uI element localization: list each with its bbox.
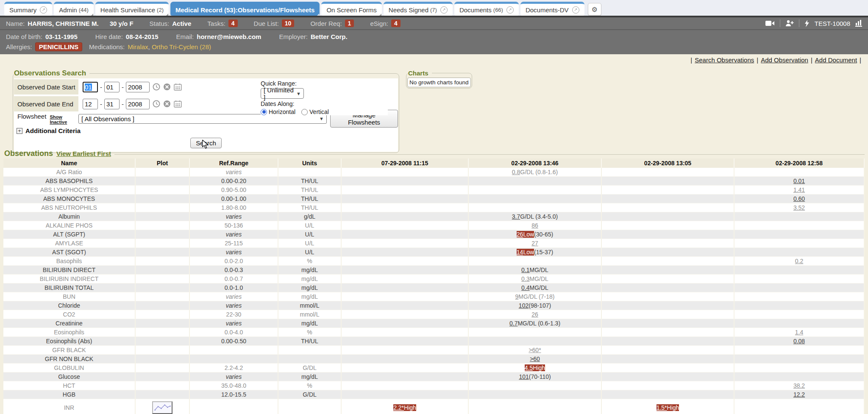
radio-horizontal[interactable]: Horizontal — [261, 108, 295, 115]
column-header[interactable]: Name — [3, 158, 136, 168]
video-camera-icon[interactable] — [765, 20, 775, 26]
tab-health-surveillance[interactable]: Health Surveillance(2) — [95, 2, 169, 16]
column-header[interactable]: 02-29-2008 13:46 — [469, 158, 602, 168]
obs-value-cell — [342, 310, 469, 319]
obs-value-link[interactable]: 0.2 — [795, 258, 803, 264]
date-start-day-input[interactable] — [104, 82, 120, 92]
date-end-year-input[interactable] — [126, 99, 150, 109]
date-start-month-input[interactable]: 01 — [83, 82, 98, 92]
obs-value-link[interactable]: 12.2 — [793, 391, 805, 398]
obs-value-cell — [342, 248, 469, 257]
obs-value-link[interactable]: 0.3 — [521, 275, 529, 282]
obs-plot-cell — [136, 194, 190, 203]
view-earliest-first-link[interactable]: View Earliest First — [56, 150, 111, 157]
show-inactive-link[interactable]: Show Inactive — [50, 114, 78, 125]
external-link-icon[interactable]: ↗ — [506, 6, 514, 14]
radio-button-checked[interactable] — [261, 109, 267, 115]
additional-criteria-label[interactable]: Additional Criteria — [25, 127, 81, 134]
obs-name-cell: CO2 — [3, 310, 136, 319]
add-observation-link[interactable]: Add Observation — [761, 56, 808, 64]
obs-value-link[interactable]: 38.2 — [793, 382, 805, 389]
column-header[interactable]: 07-29-2008 11:15 — [342, 158, 469, 168]
lightning-bolt-icon[interactable] — [804, 20, 810, 27]
tab-on-screen-forms[interactable]: On Screen Forms — [321, 2, 381, 16]
tab-medical-record-53-observations-flowsheets[interactable]: Medical Record (53):Observations/Flowshe… — [170, 2, 320, 16]
calendar-icon[interactable] — [174, 100, 182, 108]
tab-count: (2) — [157, 7, 164, 13]
due-list-count-badge[interactable]: 10 — [282, 19, 295, 27]
obs-value-link[interactable]: 0.1 — [521, 267, 529, 273]
column-header[interactable]: Ref.Range — [190, 158, 278, 168]
obs-value-link[interactable]: >60 — [530, 356, 540, 362]
obs-value-link[interactable]: 27 — [531, 240, 538, 247]
bar-chart-icon[interactable] — [855, 20, 862, 27]
medication-link[interactable]: Ortho Tri-Cyclen (28) — [152, 43, 211, 50]
radio-button[interactable] — [301, 109, 308, 115]
quick-range-select[interactable]: [ Unlimited ] ▼ — [261, 88, 304, 99]
clear-date-icon[interactable] — [163, 83, 171, 91]
obs-value-link[interactable]: 101 — [519, 373, 529, 380]
add-person-icon[interactable] — [785, 20, 794, 27]
tab-documents-dv[interactable]: Documents-DV↗ — [520, 2, 584, 16]
obs-value-link[interactable]: 9 — [515, 293, 519, 300]
obs-value-link[interactable]: 1.4 — [795, 329, 803, 336]
tab-documents[interactable]: Documents(66)↗ — [454, 2, 519, 16]
obs-units-cell: U/L — [278, 239, 342, 248]
obs-value-link[interactable]: 14 — [517, 249, 523, 256]
expand-plus-icon[interactable]: + — [17, 128, 22, 134]
external-link-icon[interactable]: ↗ — [440, 6, 448, 14]
obs-value-link[interactable]: 1.5* — [657, 404, 667, 411]
obs-value-link[interactable]: 0.60 — [793, 195, 805, 202]
tab-admin[interactable]: Admin(44) — [54, 2, 94, 16]
obs-value-link[interactable]: 0.01 — [793, 178, 805, 184]
obs-value-link[interactable]: 0.8 — [512, 169, 520, 175]
column-header[interactable]: Plot — [136, 158, 190, 168]
obs-value-link[interactable]: 3.52 — [793, 204, 805, 211]
order-req-count-badge[interactable]: 1 — [345, 19, 354, 27]
obs-value-link[interactable]: 0.4 — [521, 284, 529, 291]
obs-name-cell: AMYLASE — [3, 239, 136, 248]
obs-value-link[interactable]: 4.5 — [525, 364, 533, 371]
tab-needs-signed[interactable]: Needs Signed(7)↗ — [384, 2, 453, 16]
obs-value-link[interactable]: >60* — [529, 347, 541, 353]
column-header[interactable]: 02-29-2008 12:58 — [734, 158, 865, 168]
obs-value-link[interactable]: 2.2* — [393, 404, 404, 411]
time-icon[interactable] — [153, 83, 160, 91]
obs-value-link[interactable]: 0.7 — [509, 320, 517, 327]
date-end-month-input[interactable] — [83, 99, 98, 109]
esign-label: eSign: — [370, 20, 388, 27]
obs-value-cell — [602, 266, 734, 275]
obs-value-link[interactable]: 26 — [517, 231, 523, 238]
search-observations-link[interactable]: Search Observations — [695, 56, 754, 64]
calendar-icon[interactable] — [174, 83, 182, 91]
time-icon[interactable] — [153, 100, 160, 108]
chart-settings-button[interactable]: ⚙ — [588, 3, 601, 16]
clear-date-icon[interactable] — [163, 100, 171, 108]
obs-value-link[interactable]: 86 — [531, 222, 538, 229]
esign-count-badge[interactable]: 4 — [391, 19, 401, 27]
obs-value-link[interactable]: 0.08 — [793, 338, 805, 345]
date-end-day-input[interactable] — [104, 99, 120, 109]
tasks-count-badge[interactable]: 4 — [228, 19, 238, 27]
obs-value-cell — [602, 346, 734, 355]
obs-plot-cell — [136, 248, 190, 257]
allergy-badge[interactable]: PENICILLINS — [35, 42, 82, 51]
obs-name-cell: Eosinophils — [3, 328, 136, 337]
column-header[interactable]: Units — [278, 158, 342, 168]
obs-value-link[interactable]: 26 — [531, 311, 538, 318]
sparkline-plot-button[interactable] — [152, 401, 172, 414]
external-link-icon[interactable]: ↗ — [40, 6, 47, 14]
radio-vertical[interactable]: Vertical — [301, 108, 329, 115]
column-header[interactable]: 02-29-2008 13:05 — [602, 158, 734, 168]
obs-value-cell — [342, 230, 469, 239]
date-start-year-input[interactable] — [126, 82, 150, 92]
obs-value-link[interactable]: 102 — [519, 302, 529, 309]
add-document-link[interactable]: Add Document — [815, 56, 857, 64]
obs-value-link[interactable]: 1.41 — [793, 186, 805, 193]
medication-link[interactable]: Miralax — [128, 43, 148, 50]
external-link-icon[interactable]: ↗ — [572, 6, 579, 14]
obs-value-cell — [469, 177, 602, 186]
obs-value-link[interactable]: 3.7 — [512, 213, 520, 220]
obs-refrange-cell: varies — [190, 319, 278, 328]
tab-summary[interactable]: Summary↗ — [4, 2, 52, 16]
